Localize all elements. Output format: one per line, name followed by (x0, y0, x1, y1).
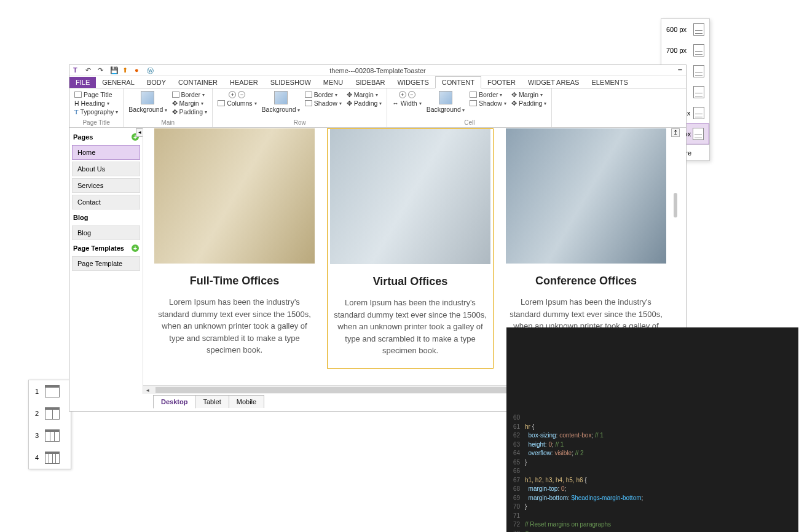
devtab-desktop[interactable]: Desktop (153, 395, 195, 409)
shadow-icon (470, 100, 477, 106)
tab-menu[interactable]: MENU (317, 77, 349, 88)
tab-general[interactable]: GENERAL (96, 77, 141, 88)
app-logo-icon: T (73, 66, 82, 75)
typography-icon: T (74, 109, 78, 115)
code-gutter: 60616263 64656667 68697071 72737475 (506, 413, 524, 532)
cell-add-icon[interactable]: + (399, 91, 406, 98)
row-remove-icon[interactable]: − (238, 91, 245, 98)
save-icon[interactable]: 💾 (110, 66, 119, 75)
page-width-icon (693, 128, 704, 140)
cell-shadow[interactable]: Shadow (470, 100, 506, 107)
page-home[interactable]: Home (72, 145, 140, 160)
firefox-icon[interactable]: ● (135, 66, 143, 75)
devtab-mobile[interactable]: Mobile (229, 395, 264, 408)
devtab-tablet[interactable]: Tablet (195, 395, 229, 408)
columns-3[interactable]: 3 (29, 424, 71, 447)
cell-padding[interactable]: ✥Padding (511, 100, 547, 107)
card-title: Conference Offices (506, 275, 666, 288)
page-title-toggle[interactable]: Page Title (74, 91, 118, 98)
row-margin[interactable]: ✥Margin (347, 91, 382, 98)
pages-panel: ◂ Pages+ Home About Us Services Contact … (69, 128, 143, 394)
code-editor-window: 60616263 64656667 68697071 72737475 hr {… (506, 327, 798, 532)
border-icon (172, 92, 179, 98)
cell-width[interactable]: ↔Width (392, 100, 421, 107)
code-title-bar[interactable] (506, 327, 798, 338)
pages-header: Pages+ (72, 131, 140, 143)
main-border[interactable]: Border (172, 91, 208, 98)
main-margin[interactable]: ✥Margin (172, 100, 208, 107)
width-600[interactable]: 600 px (661, 19, 709, 40)
quick-access-toolbar: T ↶ ↷ 💾 ⬆ ● ⓦ theme---00208-TemplateToas… (69, 65, 686, 76)
row-shadow[interactable]: Shadow (305, 100, 342, 107)
card-image (330, 129, 490, 264)
page-contact[interactable]: Contact (72, 195, 140, 209)
group-main: Background Border ✥Margin ✥Padding Main (124, 88, 213, 127)
tab-widget-areas[interactable]: WIDGET AREAS (522, 77, 586, 88)
group-page-title: Page Title H Heading T Typography Page T… (69, 88, 124, 127)
blog-header: Blog (72, 211, 140, 224)
tab-footer[interactable]: FOOTER (481, 77, 522, 88)
code-body[interactable]: hr { box-sizing: content-box; // 1 heigh… (525, 413, 795, 532)
border-icon (470, 92, 477, 98)
card-full-time-offices[interactable]: Full-Time Offices Lorem Ipsum has been t… (152, 128, 317, 369)
border-icon (305, 92, 312, 98)
redo-icon[interactable]: ↷ (98, 66, 106, 75)
columns-1[interactable]: 1 (29, 380, 71, 402)
row-border[interactable]: Border (305, 91, 342, 98)
padding-icon: ✥ (172, 108, 178, 115)
padding-icon: ✥ (511, 100, 517, 107)
minimize-ribbon-icon[interactable]: ‒ (678, 65, 682, 73)
scroll-left-icon[interactable]: ◂ (143, 386, 152, 394)
add-template-icon[interactable]: + (132, 244, 139, 252)
wordpress-icon[interactable]: ⓦ (147, 66, 155, 75)
tab-slideshow[interactable]: SLIDESHOW (264, 77, 317, 88)
ribbon-tabs: FILE GENERAL BODY CONTAINER HEADER SLIDE… (69, 76, 686, 88)
page-services[interactable]: Services (72, 178, 140, 193)
tab-elements[interactable]: ELEMENTS (585, 77, 634, 88)
width-icon: ↔ (392, 100, 399, 107)
width-700[interactable]: 700 px (661, 40, 709, 61)
device-tabs: Desktop Tablet Mobile (153, 395, 264, 411)
card-title: Full-Time Offices (154, 275, 315, 288)
row-columns[interactable]: Columns (218, 100, 256, 107)
tab-file[interactable]: FILE (69, 77, 96, 88)
columns-icon (218, 100, 225, 106)
heading-dropdown[interactable]: H Heading (74, 100, 118, 107)
cell-margin[interactable]: ✥Margin (511, 91, 547, 98)
margin-icon: ✥ (511, 91, 517, 98)
main-background-button[interactable]: Background (128, 91, 167, 113)
collapse-panel-icon[interactable]: ◂ (136, 128, 143, 137)
scroll-thumb[interactable] (674, 193, 677, 217)
page-about-us[interactable]: About Us (72, 162, 140, 176)
cell-background-button[interactable]: Background (427, 91, 465, 113)
main-padding[interactable]: ✥Padding (172, 108, 208, 115)
blog-item[interactable]: Blog (72, 225, 140, 240)
card-virtual-offices[interactable]: Virtual Offices Lorem Ipsum has been the… (327, 128, 494, 369)
cell-remove-icon[interactable]: − (408, 91, 415, 98)
typography-dropdown[interactable]: T Typography (74, 108, 118, 115)
background-icon (141, 91, 154, 104)
group-cell: +− ↔Width Background Border Shadow ✥Marg… (387, 88, 552, 127)
cell-border[interactable]: Border (470, 91, 506, 98)
row-padding[interactable]: ✥Padding (347, 100, 382, 107)
tab-content[interactable]: CONTENT (435, 76, 481, 88)
tab-sidebar[interactable]: SIDEBAR (349, 77, 391, 88)
page-title-icon (74, 92, 82, 98)
tab-body[interactable]: BODY (141, 77, 172, 88)
tab-widgets[interactable]: WIDGETS (392, 77, 435, 88)
row-add-icon[interactable]: + (229, 91, 236, 98)
columns-2[interactable]: 2 (29, 402, 71, 424)
padding-icon: ✥ (347, 100, 352, 107)
row-background-button[interactable]: Background (262, 91, 300, 113)
page-template-item[interactable]: Page Template (72, 256, 140, 271)
ribbon: Page Title H Heading T Typography Page T… (69, 88, 686, 128)
export-icon[interactable]: ⬆ (122, 66, 131, 75)
window-title: theme---00208-TemplateToaster (329, 67, 426, 74)
tab-container[interactable]: CONTAINER (172, 77, 224, 88)
card-image (154, 128, 315, 264)
tab-header[interactable]: HEADER (224, 77, 264, 88)
columns-4[interactable]: 4 (29, 447, 71, 469)
card-image (506, 128, 666, 264)
page-templates-header: Page Templates+ (72, 242, 140, 254)
undo-icon[interactable]: ↶ (85, 66, 94, 75)
